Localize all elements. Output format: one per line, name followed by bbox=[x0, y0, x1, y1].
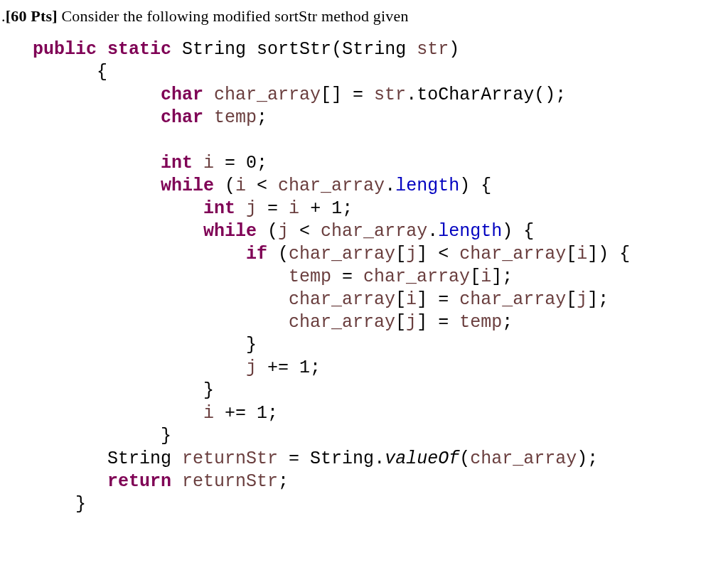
id-chararray-6: char_array bbox=[363, 267, 470, 287]
id-temp-2: temp bbox=[289, 267, 331, 287]
id-j-2: j bbox=[278, 221, 289, 242]
type-string-3: String bbox=[107, 448, 171, 469]
prompt-text: Consider the following modified sortStr … bbox=[58, 7, 409, 25]
lit-1b: 1 bbox=[299, 357, 310, 378]
points-label: [60 Pts] bbox=[6, 7, 58, 25]
mem-length-2: length bbox=[438, 221, 502, 242]
id-chararray-5: char_array bbox=[459, 244, 566, 264]
m-tochararray: toCharArray bbox=[417, 85, 534, 105]
lit-1a: 1 bbox=[331, 198, 342, 219]
id-chararray-9: char_array bbox=[289, 312, 395, 333]
lit-0: 0 bbox=[246, 153, 257, 173]
kw-while-2: while bbox=[203, 221, 257, 242]
id-i-1: i bbox=[203, 153, 214, 173]
question-prompt: .[60 Pts] Consider the following modifie… bbox=[0, 7, 728, 26]
id-temp-1: temp bbox=[214, 107, 257, 128]
kw-return: return bbox=[107, 471, 171, 492]
id-i-7: i bbox=[203, 403, 214, 424]
id-i-5: i bbox=[481, 267, 491, 287]
kw-static: static bbox=[107, 39, 171, 60]
lit-1c: 1 bbox=[257, 403, 267, 424]
id-str-1: str bbox=[374, 85, 406, 105]
id-chararray-2: char_array bbox=[278, 176, 385, 196]
id-chararray-3: char_array bbox=[321, 221, 427, 242]
method-name: sortStr bbox=[257, 39, 331, 60]
code-block: public static String sortStr(String str)… bbox=[0, 38, 728, 516]
id-j-3: j bbox=[406, 244, 417, 264]
m-valueof: valueOf bbox=[385, 448, 459, 469]
type-string-4: String bbox=[310, 448, 374, 469]
id-chararray-4: char_array bbox=[289, 244, 395, 264]
id-returnstr-2: returnStr bbox=[182, 471, 278, 492]
type-string-2: String bbox=[342, 39, 406, 60]
id-chararray-10: char_array bbox=[470, 448, 577, 469]
id-temp-3: temp bbox=[459, 312, 502, 333]
kw-char-1: char bbox=[161, 85, 203, 105]
kw-while-1: while bbox=[161, 176, 214, 196]
id-i-2: i bbox=[235, 176, 246, 196]
id-j-4: j bbox=[577, 289, 587, 310]
id-chararray-7: char_array bbox=[289, 289, 395, 310]
id-j-5: j bbox=[406, 312, 417, 333]
param-str: str bbox=[417, 39, 449, 60]
id-i-3: i bbox=[289, 198, 299, 219]
id-chararray-8: char_array bbox=[459, 289, 566, 310]
mem-length-1: length bbox=[395, 176, 459, 196]
kw-int-2: int bbox=[203, 198, 235, 219]
id-returnstr-1: returnStr bbox=[182, 448, 278, 469]
kw-public: public bbox=[33, 39, 97, 60]
id-j-1: j bbox=[246, 198, 257, 219]
kw-int-1: int bbox=[161, 153, 193, 173]
kw-if: if bbox=[246, 244, 267, 264]
type-string: String bbox=[182, 39, 246, 60]
id-j-6: j bbox=[246, 357, 257, 378]
id-i-4: i bbox=[577, 244, 587, 264]
id-chararray-1: char_array bbox=[214, 85, 321, 105]
kw-char-2: char bbox=[161, 107, 203, 128]
id-i-6: i bbox=[406, 289, 417, 310]
